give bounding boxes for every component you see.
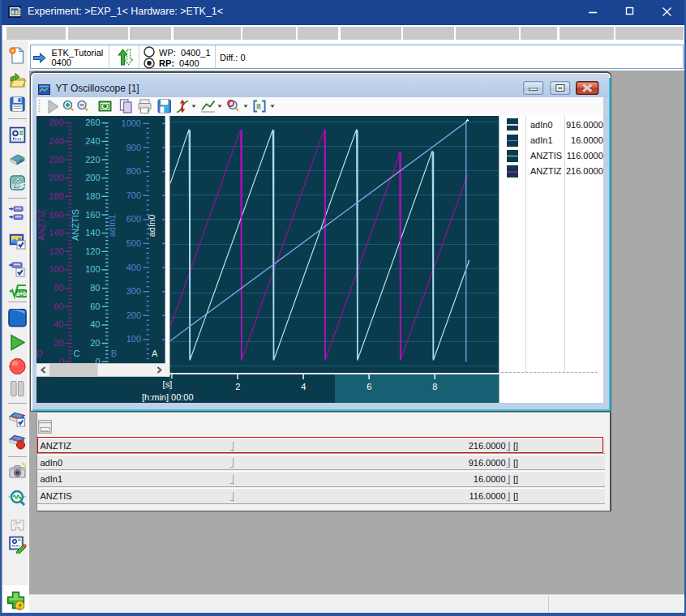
svg-text:400: 400 [126, 262, 141, 272]
svg-text:160: 160 [85, 209, 100, 219]
svg-text:120: 120 [85, 246, 100, 255]
svg-text:80: 80 [90, 283, 100, 293]
svg-text:ANZTIZ: ANZTIZ [36, 208, 46, 240]
svg-text:D: D [36, 348, 43, 357]
svg-text:700: 700 [126, 190, 141, 199]
svg-text:200: 200 [85, 173, 100, 182]
svg-text:240: 240 [49, 135, 63, 145]
svg-text:260: 260 [49, 118, 63, 127]
svg-text:200: 200 [49, 173, 63, 182]
svg-text:100: 100 [126, 334, 141, 344]
svg-text:140: 140 [85, 228, 100, 237]
svg-text:6: 6 [367, 382, 371, 391]
svg-text:4: 4 [301, 382, 306, 391]
svg-text:140: 140 [49, 228, 63, 237]
svg-text:200: 200 [126, 310, 141, 319]
svg-text:8: 8 [432, 382, 437, 391]
svg-text:800: 800 [126, 166, 141, 176]
svg-text:160: 160 [49, 209, 63, 219]
svg-text:40: 40 [90, 319, 100, 329]
svg-text:600: 600 [126, 214, 141, 224]
svg-text:220: 220 [49, 154, 63, 164]
svg-text:1000: 1000 [122, 118, 141, 127]
svg-text:20: 20 [90, 338, 100, 348]
svg-text:180: 180 [49, 190, 63, 200]
svg-text:20: 20 [54, 338, 63, 348]
svg-text:adIn1: adIn1 [107, 214, 117, 237]
svg-text:500: 500 [126, 237, 141, 247]
svg-text:180: 180 [85, 190, 100, 200]
svg-text:A: A [152, 348, 158, 357]
svg-text:100: 100 [85, 264, 100, 274]
svg-text:C: C [74, 348, 80, 357]
svg-text:60: 60 [54, 301, 63, 310]
svg-text:[h:min] 00:00: [h:min] 00:00 [142, 392, 194, 402]
svg-text:[s]: [s] [163, 379, 173, 389]
svg-text:240: 240 [85, 135, 100, 145]
svg-text:ANZTIS: ANZTIS [71, 208, 80, 240]
svg-text:80: 80 [54, 283, 63, 293]
svg-text:220: 220 [85, 154, 100, 164]
svg-text:a+b: a+b [15, 290, 26, 297]
svg-text:120: 120 [49, 246, 63, 255]
svg-text:adIn0: adIn0 [147, 214, 156, 237]
svg-text:B: B [111, 348, 117, 357]
svg-text:300: 300 [126, 286, 141, 296]
svg-text:100: 100 [49, 264, 63, 274]
svg-text:260: 260 [85, 118, 100, 127]
svg-text:60: 60 [90, 301, 100, 310]
svg-text:?: ? [18, 602, 22, 610]
svg-text:2: 2 [235, 382, 240, 391]
svg-text:900: 900 [126, 142, 141, 152]
svg-text:40: 40 [54, 319, 63, 329]
